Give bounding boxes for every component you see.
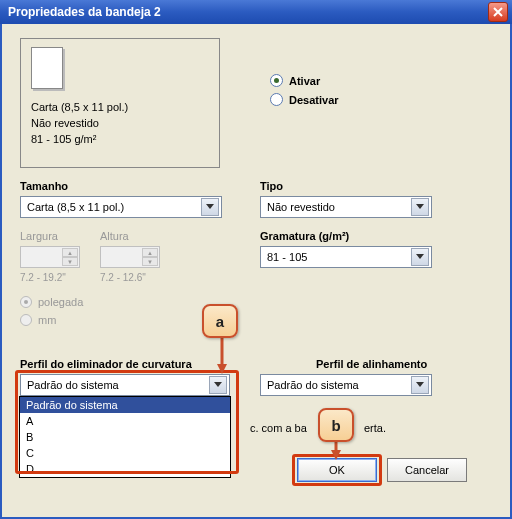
dropdown-option[interactable]: B <box>20 429 230 445</box>
weight-value: 81 - 105 <box>267 251 307 263</box>
client-area: Carta (8,5 x 11 pol.) Não revestido 81 -… <box>0 24 512 519</box>
type-combo[interactable]: Não revestido <box>260 196 432 218</box>
paper-preview: Carta (8,5 x 11 pol.) Não revestido 81 -… <box>20 38 220 168</box>
height-label: Altura <box>100 230 129 242</box>
dropdown-option[interactable]: Padrão do sistema <box>20 397 230 413</box>
chevron-down-icon <box>411 248 429 266</box>
leader-a <box>216 334 230 374</box>
chevron-down-icon <box>209 376 227 394</box>
unit-mm-label: mm <box>38 314 56 326</box>
decurler-combo[interactable]: Padrão do sistema <box>20 374 230 396</box>
window-title: Propriedades da bandeja 2 <box>8 5 161 19</box>
unit-inch-label: polegada <box>38 296 83 308</box>
type-label: Tipo <box>260 180 283 192</box>
size-combo[interactable]: Carta (8,5 x 11 pol.) <box>20 196 222 218</box>
cancel-button[interactable]: Cancelar <box>387 458 467 482</box>
stepper-arrows-icon: ▲▼ <box>142 248 158 266</box>
activate-group: Ativar Desativar <box>270 74 339 112</box>
radio-label: Ativar <box>289 75 320 87</box>
height-spin: ▲▼ <box>100 246 160 268</box>
unit-mm: mm <box>20 314 56 326</box>
title-bar: Propriedades da bandeja 2 <box>0 0 512 24</box>
close-button[interactable] <box>488 2 508 22</box>
preview-weight: 81 - 105 g/m² <box>31 133 209 145</box>
type-value: Não revestido <box>267 201 335 213</box>
ok-label: OK <box>329 464 345 476</box>
alignment-combo[interactable]: Padrão do sistema <box>260 374 432 396</box>
width-spin: ▲▼ <box>20 246 80 268</box>
chevron-down-icon <box>411 198 429 216</box>
sheet-icon <box>31 47 63 89</box>
hint-text-left: c. com a ba <box>250 422 307 434</box>
close-icon <box>493 7 503 17</box>
chevron-down-icon <box>411 376 429 394</box>
weight-label: Gramatura (g/m²) <box>260 230 349 242</box>
radio-activate-on[interactable]: Ativar <box>270 74 339 87</box>
decurler-label: Perfil do eliminador de curvatura <box>20 358 192 370</box>
radio-icon <box>270 74 283 87</box>
chevron-down-icon <box>201 198 219 216</box>
weight-combo[interactable]: 81 - 105 <box>260 246 432 268</box>
dropdown-option[interactable]: D <box>20 461 230 477</box>
radio-icon <box>20 314 32 326</box>
size-label: Tamanho <box>20 180 68 192</box>
stepper-arrows-icon: ▲▼ <box>62 248 78 266</box>
height-hint: 7.2 - 12.6" <box>100 272 146 283</box>
alignment-value: Padrão do sistema <box>267 379 359 391</box>
preview-coating: Não revestido <box>31 117 209 129</box>
decurler-dropdown-list[interactable]: Padrão do sistema A B C D <box>19 396 231 478</box>
width-hint: 7.2 - 19.2" <box>20 272 66 283</box>
ok-button[interactable]: OK <box>297 458 377 482</box>
hint-text-right: erta. <box>364 422 386 434</box>
svg-marker-1 <box>217 364 227 374</box>
dropdown-option[interactable]: C <box>20 445 230 461</box>
callout-a: a <box>202 304 238 338</box>
width-label: Largura <box>20 230 58 242</box>
dropdown-option[interactable]: A <box>20 413 230 429</box>
radio-icon <box>270 93 283 106</box>
radio-icon <box>20 296 32 308</box>
size-value: Carta (8,5 x 11 pol.) <box>27 201 124 213</box>
unit-inch: polegada <box>20 296 83 308</box>
alignment-label: Perfil de alinhamento <box>316 358 427 370</box>
leader-b <box>330 440 344 460</box>
callout-b: b <box>318 408 354 442</box>
preview-paper: Carta (8,5 x 11 pol.) <box>31 101 209 113</box>
radio-activate-off[interactable]: Desativar <box>270 93 339 106</box>
decurler-value: Padrão do sistema <box>27 379 119 391</box>
cancel-label: Cancelar <box>405 464 449 476</box>
radio-label: Desativar <box>289 94 339 106</box>
